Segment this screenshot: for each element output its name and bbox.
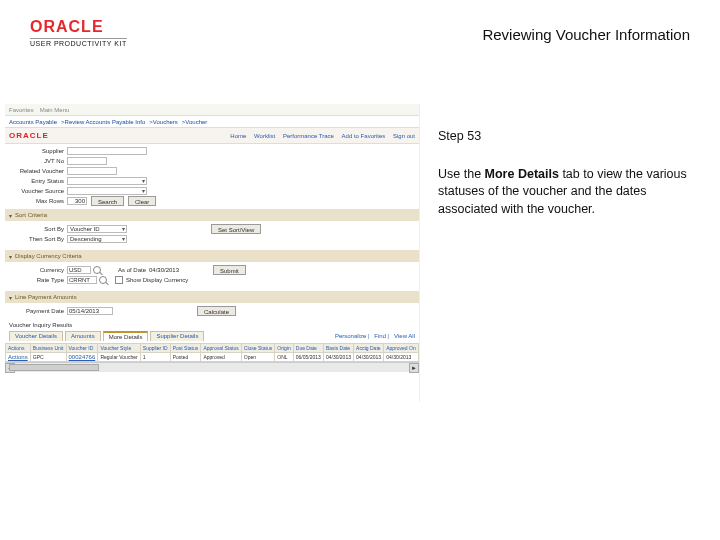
col-actions[interactable]: Actions: [6, 344, 31, 353]
results-title: Voucher Inquiry Results: [5, 319, 419, 331]
submit-button[interactable]: Submit: [213, 265, 246, 275]
col-voucherid[interactable]: Voucher ID: [66, 344, 98, 353]
menu-favorites[interactable]: Favorites: [9, 107, 34, 113]
source-label: Voucher Source: [9, 188, 67, 194]
thensort-label: Then Sort By: [9, 236, 67, 242]
scroll-right-arrow-icon[interactable]: ►: [409, 363, 419, 373]
sort-section-header[interactable]: Sort Criteria: [5, 209, 419, 221]
col-basisdate[interactable]: Basis Date: [323, 344, 353, 353]
crumb-review[interactable]: Review Accounts Payable Info: [65, 119, 146, 125]
sortby-label: Sort By: [9, 226, 67, 232]
tab-supplier-details[interactable]: Supplier Details: [150, 331, 204, 341]
oracle-logo: ORACLE: [30, 18, 127, 36]
cell-close: Open: [241, 353, 275, 362]
col-duedate[interactable]: Due Date: [293, 344, 323, 353]
page-title: Reviewing Voucher Information: [482, 26, 690, 43]
scroll-thumb[interactable]: [9, 364, 99, 371]
cell-approval: Approved: [201, 353, 241, 362]
tab-more-details[interactable]: More Details: [103, 331, 149, 341]
instruction-text: Use the More Details tab to view the var…: [438, 166, 688, 219]
col-approval[interactable]: Approval Status: [201, 344, 241, 353]
supplier-input[interactable]: [67, 147, 147, 155]
col-origin[interactable]: Origin: [275, 344, 293, 353]
meta-find[interactable]: Find: [374, 333, 386, 339]
setsort-button[interactable]: Set Sort/View: [211, 224, 261, 234]
nav-worklist[interactable]: Worklist: [254, 133, 275, 139]
col-style[interactable]: Voucher Style: [98, 344, 140, 353]
nav-fav[interactable]: Add to Favorites: [342, 133, 386, 139]
line-section: Payment Date 05/14/2013 Calculate: [5, 303, 419, 319]
currency-label: Currency: [9, 267, 67, 273]
source-select[interactable]: [67, 187, 147, 195]
col-acctgdate[interactable]: Acctg Date: [354, 344, 384, 353]
supplier-label: Supplier: [9, 148, 67, 154]
show-currency-label: Show Display Currency: [126, 277, 188, 283]
jvt-input[interactable]: [67, 157, 107, 165]
cell-supplierid: 1: [140, 353, 170, 362]
col-bu[interactable]: Business Unit: [30, 344, 66, 353]
tab-amounts[interactable]: Amounts: [65, 331, 101, 341]
instruction-panel: Step 53 Use the More Details tab to view…: [438, 128, 688, 218]
search-button[interactable]: Search: [91, 196, 124, 206]
cell-approvedon: 04/30/2013: [384, 353, 419, 362]
status-label: Entry Status: [9, 178, 67, 184]
col-close[interactable]: Close Status: [241, 344, 275, 353]
meta-personalize[interactable]: Personalize: [335, 333, 366, 339]
currency-input[interactable]: USD: [67, 266, 91, 274]
lookup-icon[interactable]: [93, 266, 101, 274]
cell-acctgdate: 04/30/2013: [354, 353, 384, 362]
menu-main[interactable]: Main Menu: [40, 107, 70, 113]
results-table: Actions Business Unit Voucher ID Voucher…: [5, 343, 419, 362]
oracle-logo-small: ORACLE: [9, 131, 49, 140]
instruction-pre: Use the: [438, 167, 485, 181]
col-supplierid[interactable]: Supplier ID: [140, 344, 170, 353]
related-input[interactable]: [67, 167, 117, 175]
top-menu-bar: Favorites Main Menu: [5, 104, 419, 116]
maxrows-input[interactable]: 300: [67, 197, 87, 205]
results-tabs-row: Voucher Details Amounts More Details Sup…: [5, 331, 419, 341]
asof-value: 04/30/2013: [149, 267, 179, 273]
thensort-select[interactable]: Descending: [67, 235, 127, 243]
meta-viewall[interactable]: View All: [394, 333, 415, 339]
clear-button[interactable]: Clear: [128, 196, 156, 206]
calculate-button[interactable]: Calculate: [197, 306, 236, 316]
cell-duedate: 06/05/2013: [293, 353, 323, 362]
lookup-icon[interactable]: [99, 276, 107, 284]
results-title-text: Voucher Inquiry Results: [9, 322, 72, 328]
ratetype-label: Rate Type: [9, 277, 67, 283]
breadcrumb: Accounts Payable > Review Accounts Payab…: [5, 116, 419, 128]
currency-section-header[interactable]: Display Currency Criteria: [5, 250, 419, 262]
upk-subtitle: USER PRODUCTIVITY KIT: [30, 38, 127, 47]
crumb-voucher[interactable]: Voucher: [185, 119, 207, 125]
paymentdate-input[interactable]: 05/14/2013: [67, 307, 113, 315]
table-header-row: Actions Business Unit Voucher ID Voucher…: [6, 344, 419, 353]
nav-signout[interactable]: Sign out: [393, 133, 415, 139]
paymentdate-label: Payment Date: [9, 308, 67, 314]
cell-style: Regular Voucher: [98, 353, 140, 362]
show-currency-checkbox[interactable]: [115, 276, 123, 284]
horizontal-scrollbar[interactable]: ◄ ►: [5, 362, 419, 372]
sortby-select[interactable]: Voucher ID: [67, 225, 127, 233]
tab-voucher-details[interactable]: Voucher Details: [9, 331, 63, 341]
cell-origin: ONL: [275, 353, 293, 362]
col-approvedon[interactable]: Approved On: [384, 344, 419, 353]
ratetype-input[interactable]: CRRNT: [67, 276, 97, 284]
cell-basisdate: 04/30/2013: [323, 353, 353, 362]
nav-perf[interactable]: Performance Trace: [283, 133, 334, 139]
step-label: Step 53: [438, 128, 688, 146]
asof-label: As of Date: [101, 267, 149, 273]
row-actions-link[interactable]: Actions: [8, 354, 28, 360]
nav-links: Home Worklist Performance Trace Add to F…: [224, 133, 415, 139]
status-select[interactable]: [67, 177, 147, 185]
line-section-header[interactable]: Line Payment Amounts: [5, 291, 419, 303]
crumb-vouchers[interactable]: Vouchers: [153, 119, 178, 125]
app-screenshot: Favorites Main Menu Accounts Payable > R…: [5, 104, 420, 402]
results-tabs: Voucher Details Amounts More Details Sup…: [5, 331, 208, 341]
crumb-ap[interactable]: Accounts Payable: [9, 119, 57, 125]
col-poststatus[interactable]: Post Status: [170, 344, 201, 353]
instruction-bold: More Details: [485, 167, 559, 181]
cell-voucherid[interactable]: 00024766: [69, 354, 96, 360]
search-form: Supplier JVT No Related Voucher Entry St…: [5, 144, 419, 206]
nav-home[interactable]: Home: [230, 133, 246, 139]
brand-block: ORACLE USER PRODUCTIVITY KIT: [30, 18, 127, 47]
